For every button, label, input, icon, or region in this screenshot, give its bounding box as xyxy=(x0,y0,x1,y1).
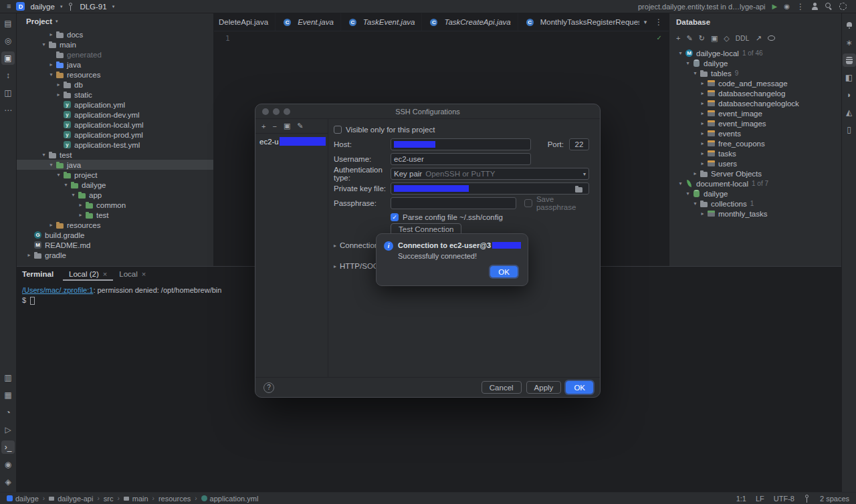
messages-button[interactable]: ◧ xyxy=(843,71,856,84)
tree-row[interactable]: ▾dailyge xyxy=(669,58,841,68)
git-branch-icon[interactable] xyxy=(804,495,811,503)
tree-row[interactable]: ▸java xyxy=(17,59,213,70)
tree-row[interactable]: ▾resources xyxy=(17,70,213,80)
version-control-button[interactable]: ◈ xyxy=(1,475,15,489)
copy-icon[interactable]: ▣ xyxy=(711,34,718,43)
save-passphrase-checkbox[interactable] xyxy=(524,199,532,207)
chevron-right-icon[interactable]: ▸ xyxy=(25,252,33,258)
chevron-down-icon[interactable]: ▾ xyxy=(60,4,63,9)
chevron-right-icon[interactable]: ▸ xyxy=(691,170,699,176)
chevron-right-icon[interactable]: ▸ xyxy=(699,110,706,116)
remove-icon[interactable]: − xyxy=(272,122,276,130)
editor-tab[interactable]: TaskCreateApi.java xyxy=(422,13,518,31)
breadcrumb-item[interactable]: dailyge-api xyxy=(49,495,93,503)
device-manager-button[interactable]: ▯ xyxy=(843,123,856,136)
debug-icon[interactable]: ◉ xyxy=(784,3,790,10)
pull-requests-button[interactable]: ↕ xyxy=(1,69,15,82)
tree-row[interactable]: ▸event_image xyxy=(669,108,841,118)
passphrase-field[interactable] xyxy=(391,197,516,209)
terminal-tab[interactable]: Local× xyxy=(113,267,152,281)
chevron-right-icon[interactable]: ▸ xyxy=(47,61,55,68)
jump-to-editor-icon[interactable]: ↗ xyxy=(756,34,762,43)
chevron-down-icon[interactable]: ▾ xyxy=(691,201,699,207)
tree-row[interactable]: ▸monthly_tasks xyxy=(669,209,841,219)
chevron-right-icon[interactable]: ▸ xyxy=(699,120,706,126)
visible-only-checkbox[interactable] xyxy=(334,126,342,134)
chevron-down-icon[interactable]: ▾ xyxy=(684,60,691,66)
tree-row[interactable]: ▸db xyxy=(17,80,213,90)
project-switcher[interactable]: dailyge xyxy=(30,3,54,11)
gradle-button[interactable]: ◗ xyxy=(843,88,856,102)
tree-row[interactable]: ▸databasechangeloglock xyxy=(669,98,841,108)
tree-row[interactable]: application-prod.yml xyxy=(17,130,213,140)
branch-switcher[interactable]: DLG-91 xyxy=(80,3,106,11)
help-button[interactable]: ? xyxy=(263,382,274,393)
run-button[interactable]: ▷ xyxy=(1,423,15,436)
tree-row[interactable]: application-test.yml xyxy=(17,140,213,150)
search-icon[interactable] xyxy=(825,3,833,10)
more-button[interactable]: ⋯ xyxy=(1,104,15,117)
tree-row[interactable]: ▾dailyge xyxy=(669,188,841,199)
tree-row[interactable]: ▾dailyge-local1 of 46 xyxy=(669,48,841,58)
persistence-button[interactable]: ▥ xyxy=(1,371,15,384)
tree-row[interactable]: application-local.yml xyxy=(17,120,213,130)
chevron-right-icon[interactable]: ▸ xyxy=(77,212,84,218)
tree-row[interactable]: ▸events xyxy=(669,128,841,138)
run-icon[interactable]: ▶ xyxy=(772,3,778,10)
tree-row[interactable]: ▸common xyxy=(17,200,213,210)
chevron-right-icon[interactable]: ▸ xyxy=(55,92,62,98)
close-tab-icon[interactable]: × xyxy=(103,270,107,278)
tree-row[interactable]: ▾app xyxy=(17,190,213,200)
tree-row[interactable]: README.md xyxy=(17,240,213,250)
tree-row[interactable]: ▸static xyxy=(17,90,213,100)
tab-options-button[interactable]: ⋮ xyxy=(653,16,665,28)
ssh-config-item[interactable]: ec2-u xyxy=(255,136,328,147)
chevron-right-icon[interactable]: ▸ xyxy=(699,100,706,106)
username-field[interactable]: ec2-user xyxy=(391,153,531,165)
chevron-right-icon[interactable]: ▸ xyxy=(699,140,706,146)
host-field[interactable] xyxy=(391,138,531,150)
add-icon[interactable]: + xyxy=(261,122,265,130)
close-button[interactable] xyxy=(262,108,269,115)
tree-row[interactable]: ▸resources xyxy=(17,220,213,230)
main-menu-icon[interactable]: ≡ xyxy=(7,3,11,10)
chevron-right-icon[interactable]: ▸ xyxy=(699,90,706,96)
editor-tab[interactable]: DeleteApi.java xyxy=(214,13,276,31)
chevron-right-icon[interactable]: ▸ xyxy=(77,202,84,208)
hidden-tabs-button[interactable]: ▾ xyxy=(639,16,651,28)
breadcrumb-item[interactable]: src xyxy=(104,495,114,503)
breadcrumb-item[interactable]: resources xyxy=(158,495,191,503)
database-button[interactable] xyxy=(843,53,856,67)
chevron-down-icon[interactable]: ▾ xyxy=(40,41,47,47)
breadcrumb-item[interactable]: main xyxy=(124,495,148,503)
chevron-down-icon[interactable]: ▾ xyxy=(47,72,55,78)
services-button[interactable]: ▦ xyxy=(1,388,15,402)
browse-folder-icon[interactable] xyxy=(574,184,583,193)
parse-config-checkbox[interactable]: ✓ xyxy=(391,213,399,221)
build-button[interactable]: ◔ xyxy=(1,406,15,419)
apply-button[interactable]: Apply xyxy=(526,381,562,394)
terminal-button[interactable]: ›_ xyxy=(1,440,15,454)
breadcrumb-item[interactable]: application.yml xyxy=(201,495,259,503)
debug-button[interactable]: ◉ xyxy=(1,458,15,471)
chevron-right-icon[interactable]: ▸ xyxy=(699,150,706,156)
ai-assistant-button[interactable]: ∗ xyxy=(843,36,856,49)
tree-row[interactable]: ▸event_images xyxy=(669,118,841,128)
edit-icon[interactable]: ✎ xyxy=(297,122,303,130)
commit-button[interactable]: ◎ xyxy=(1,34,15,47)
tree-row[interactable]: ▾project xyxy=(17,170,213,180)
tree-row[interactable]: build.gradle xyxy=(17,230,213,240)
run-configuration[interactable]: project.dailyge.entity.test in d…lyge-ap… xyxy=(638,3,766,11)
editor-tab[interactable]: MonthlyTasksRegisterRequest.java xyxy=(518,13,639,31)
chevron-down-icon[interactable]: ▾ xyxy=(684,191,691,197)
chevron-down-icon[interactable]: ▾ xyxy=(677,180,684,186)
terminal-panel-title[interactable]: Terminal xyxy=(22,267,54,281)
edit-icon[interactable]: ✎ xyxy=(686,34,692,43)
dialog-titlebar[interactable]: SSH Configurations xyxy=(255,104,600,119)
chevron-down-icon[interactable]: ▾ xyxy=(40,152,47,158)
bell-button[interactable] xyxy=(843,19,856,32)
close-tab-icon[interactable]: × xyxy=(142,270,146,278)
chevron-down-icon[interactable]: ▾ xyxy=(70,192,77,198)
chevron-down-icon[interactable]: ▾ xyxy=(691,70,699,76)
window-button[interactable]: ▤ xyxy=(1,17,15,30)
